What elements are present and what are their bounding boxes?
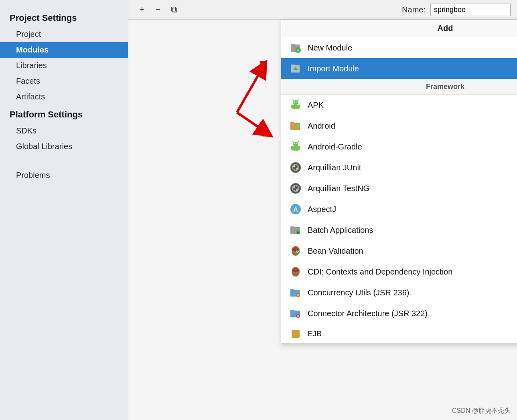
svg-rect-66 xyxy=(292,330,300,338)
cdi-item[interactable]: CDI: Contexts and Dependency Injection xyxy=(281,261,517,282)
sidebar-item-sdks[interactable]: SDKs xyxy=(0,123,128,139)
platform-settings-header: Platform Settings xyxy=(0,105,128,123)
svg-marker-70 xyxy=(260,61,266,69)
svg-point-61 xyxy=(297,294,299,296)
svg-point-24 xyxy=(294,143,295,144)
add-button[interactable]: + xyxy=(135,2,149,17)
sidebar-item-global-libraries[interactable]: Global Libraries xyxy=(0,139,128,154)
svg-point-33 xyxy=(290,162,301,173)
watermark: CSDN @胖虎不秃头 xyxy=(452,407,511,415)
apk-item[interactable]: APK xyxy=(281,95,517,115)
sidebar: Project Settings Project Modules Librari… xyxy=(0,0,128,420)
svg-point-22 xyxy=(298,125,299,125)
add-dropdown: Add New Module xyxy=(281,19,517,344)
svg-rect-30 xyxy=(298,146,300,149)
android-label: Android xyxy=(308,121,335,131)
svg-point-23 xyxy=(293,142,298,147)
sidebar-item-project[interactable]: Project xyxy=(0,26,128,42)
new-module-item[interactable]: New Module xyxy=(281,37,517,58)
svg-point-44 xyxy=(294,186,295,188)
arquillian-junit-item[interactable]: Arquillian JUnit xyxy=(281,157,517,178)
svg-line-68 xyxy=(237,68,263,112)
cdi-label: CDI: Contexts and Dependency Injection xyxy=(308,267,452,277)
svg-rect-13 xyxy=(292,105,299,109)
remove-button[interactable]: − xyxy=(151,2,165,17)
svg-rect-4 xyxy=(298,49,298,51)
svg-rect-15 xyxy=(298,105,300,108)
arquillian-junit-icon xyxy=(289,161,302,174)
sidebar-item-artifacts[interactable]: Artifacts xyxy=(0,89,128,105)
content-area: + − ⧉ Name: Add New Modul xyxy=(128,0,517,420)
concurrency-utils-label: Concurrency Utils (JSR 236) xyxy=(308,288,409,297)
copy-button[interactable]: ⧉ xyxy=(167,2,181,17)
android-gradle-icon xyxy=(289,140,302,153)
svg-rect-31 xyxy=(294,149,295,151)
name-input[interactable] xyxy=(430,4,511,16)
connector-architecture-label: Connector Architecture (JSR 322) xyxy=(308,309,428,318)
connector-architecture-item[interactable]: Connector Architecture (JSR 322) xyxy=(281,303,517,324)
svg-rect-32 xyxy=(296,149,297,151)
new-module-label: New Module xyxy=(308,43,352,52)
ejb-label: EJB xyxy=(308,329,322,338)
sidebar-divider xyxy=(0,161,128,161)
concurrency-utils-icon xyxy=(289,286,302,299)
svg-rect-59 xyxy=(290,289,294,291)
sidebar-item-facets[interactable]: Facets xyxy=(0,73,128,89)
framework-section-header: Framework xyxy=(281,79,517,95)
svg-rect-16 xyxy=(294,107,295,109)
project-settings-header: Project Settings xyxy=(0,8,128,26)
apk-icon xyxy=(289,99,302,111)
svg-line-69 xyxy=(237,112,266,132)
svg-line-26 xyxy=(292,141,294,142)
android-gradle-item[interactable]: Android-Gradle xyxy=(281,136,517,157)
svg-rect-50 xyxy=(290,226,294,228)
sidebar-item-problems[interactable]: Problems xyxy=(0,168,128,183)
new-module-icon xyxy=(289,41,302,54)
svg-rect-28 xyxy=(292,146,299,151)
svg-point-52 xyxy=(297,232,299,234)
ejb-icon xyxy=(289,327,302,340)
svg-rect-17 xyxy=(296,107,297,109)
android-gradle-label: Android-Gradle xyxy=(308,142,362,151)
toolbar: + − ⧉ Name: xyxy=(128,0,517,20)
arquillian-testng-item[interactable]: Arquillian TestNG xyxy=(281,178,517,199)
svg-point-10 xyxy=(296,102,297,103)
svg-line-12 xyxy=(298,99,299,101)
sidebar-item-modules[interactable]: Modules xyxy=(0,42,128,58)
cdi-icon xyxy=(289,265,302,278)
svg-line-27 xyxy=(298,141,299,142)
svg-point-8 xyxy=(293,100,298,105)
import-module-item[interactable]: Import Module xyxy=(281,58,517,79)
bean-validation-icon xyxy=(289,244,302,257)
bean-validation-item[interactable]: Bean Validation xyxy=(281,240,517,261)
batch-applications-item[interactable]: Batch Applications xyxy=(281,220,517,240)
svg-point-65 xyxy=(297,315,299,317)
concurrency-utils-item[interactable]: Concurrency Utils (JSR 236) xyxy=(281,282,517,303)
name-label: Name: xyxy=(402,5,426,14)
sidebar-item-libraries[interactable]: Libraries xyxy=(0,58,128,73)
arquillian-junit-label: Arquillian JUnit xyxy=(308,163,361,172)
svg-rect-1 xyxy=(291,44,295,45)
arquillian-testng-icon xyxy=(289,182,302,195)
svg-point-46 xyxy=(297,190,298,191)
aspectj-label: AspectJ xyxy=(308,205,336,214)
connector-architecture-icon xyxy=(289,307,302,320)
svg-point-20 xyxy=(296,123,300,127)
batch-applications-icon xyxy=(289,224,302,236)
android-item[interactable]: Android xyxy=(281,115,517,136)
svg-point-25 xyxy=(296,143,297,144)
svg-rect-63 xyxy=(290,310,294,311)
svg-point-40 xyxy=(290,183,301,194)
android-folder-icon xyxy=(289,119,302,132)
aspectj-icon: A xyxy=(289,203,302,216)
batch-applications-label: Batch Applications xyxy=(308,226,373,235)
svg-point-39 xyxy=(297,169,298,170)
arquillian-testng-label: Arquillian TestNG xyxy=(308,184,369,193)
aspectj-item[interactable]: A AspectJ xyxy=(281,199,517,220)
svg-line-11 xyxy=(292,99,294,101)
main-container: Project Settings Project Modules Librari… xyxy=(0,0,517,420)
dropdown-header: Add xyxy=(281,20,517,37)
import-module-label: Import Module xyxy=(308,64,359,73)
ejb-item[interactable]: EJB xyxy=(281,324,517,343)
svg-point-37 xyxy=(294,166,295,167)
